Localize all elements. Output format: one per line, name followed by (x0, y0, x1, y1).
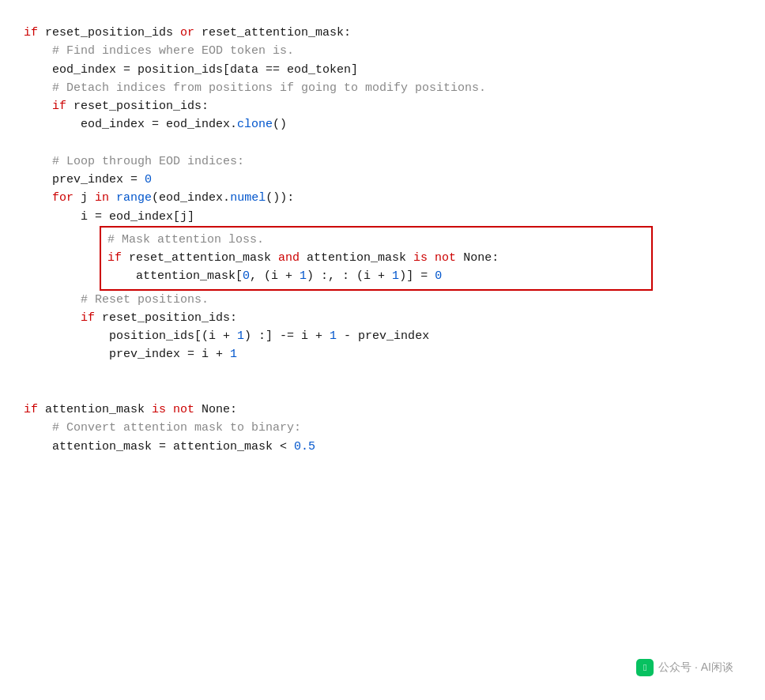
code-line-11: if attention_mask is not None: (24, 401, 741, 419)
code-line-3: if reset_position_ids: (24, 97, 741, 115)
code-line-12: attention_mask = attention_mask < 0.5 (24, 438, 741, 456)
highlight-box: # Mask attention loss. if reset_attentio… (100, 226, 653, 291)
code-line-8: if reset_position_ids: (24, 309, 741, 327)
code-line-9: position_ids[(i + 1) :] -= i + 1 - prev_… (24, 327, 741, 345)
blank-line-3 (24, 382, 741, 401)
blank-line-2 (24, 364, 741, 382)
code-line-2: eod_index = position_ids[data == eod_tok… (24, 61, 741, 79)
code-line-4: eod_index = eod_index.clone() (24, 115, 741, 134)
highlight-if-line: if reset_attention_mask and attention_ma… (107, 249, 645, 267)
code-comment-1: # Find indices where EOD token is. (24, 42, 741, 60)
watermark-text: 公众号 · AI闲谈 (658, 659, 733, 676)
code-comment-4: # Reset positions. (24, 291, 741, 309)
code-line-5: prev_index = 0 (24, 171, 741, 189)
blank-line-1 (24, 134, 741, 152)
code-comment-2: # Detach indices from positions if going… (24, 79, 741, 97)
highlight-comment: # Mask attention loss. (107, 231, 645, 249)
code-line-7: i = eod_index[j] (24, 208, 741, 226)
code-block: if reset_position_ids or reset_attention… (24, 16, 741, 464)
code-line-1: if reset_position_ids or reset_attention… (24, 24, 741, 42)
code-line-10: prev_index = i + 1 (24, 345, 741, 363)
code-comment-5: # Convert attention mask to binary: (24, 419, 741, 437)
code-line-6: for j in range(eod_index.numel()): (24, 189, 741, 207)
watermark:  公众号 · AI闲谈 (636, 659, 733, 676)
code-comment-3: # Loop through EOD indices: (24, 152, 741, 171)
wechat-icon:  (636, 659, 654, 676)
highlight-code-line: attention_mask[0, (i + 1) :, : (i + 1)] … (107, 267, 645, 285)
